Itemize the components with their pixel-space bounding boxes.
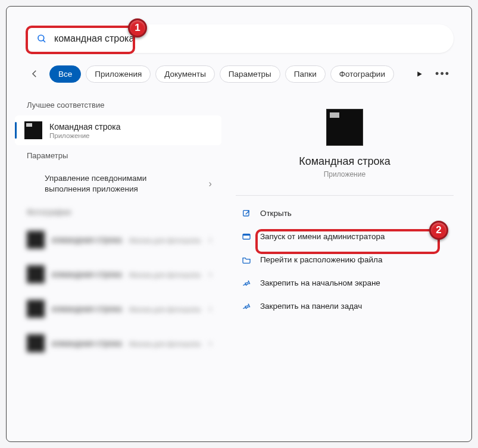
play-icon[interactable] — [415, 70, 423, 78]
divider — [236, 195, 454, 196]
blurred-row-3[interactable]: командная строка Иконка для фотошопа › — [27, 292, 212, 326]
result-subtitle: Приложение — [49, 132, 120, 139]
chevron-right-icon: › — [209, 178, 212, 189]
section-parameters: Параметры — [7, 145, 230, 166]
result-title: Командная строка — [49, 122, 120, 131]
action-label: Закрепить на панели задач — [260, 302, 362, 311]
preview-header: Командная строка Приложение — [236, 95, 454, 182]
svg-point-0 — [38, 35, 44, 41]
action-label: Закрепить на начальном экране — [260, 278, 380, 287]
filter-folders[interactable]: Папки — [285, 65, 326, 83]
filter-row: Все Приложения Документы Параметры Папки… — [7, 64, 471, 95]
admin-icon — [242, 231, 252, 242]
preview-subtitle: Приложение — [236, 170, 454, 178]
svg-rect-4 — [243, 234, 250, 236]
param-alias-management[interactable]: Управление псевдонимами выполнения прило… — [7, 166, 230, 202]
thumb-icon — [27, 300, 45, 318]
search-icon — [36, 33, 47, 44]
action-open[interactable]: Открыть — [236, 202, 454, 225]
svg-rect-2 — [243, 210, 249, 215]
blurred-section: Фотографии командная строка Иконка для ф… — [7, 202, 230, 361]
chevron-right-icon: › — [209, 303, 212, 314]
action-pin-taskbar[interactable]: Закрепить на панели задач — [236, 295, 454, 318]
filter-photos[interactable]: Фотографии — [330, 65, 394, 83]
results-column: Лучшее соответствие Командная строка При… — [7, 95, 230, 440]
preview-column: Командная строка Приложение Открыть Запу… — [230, 95, 471, 440]
result-cmd[interactable]: Командная строка Приложение — [15, 115, 221, 145]
filter-apps[interactable]: Приложения — [86, 65, 151, 83]
thumb-icon — [27, 334, 45, 352]
folder-icon — [242, 255, 252, 265]
chevron-right-icon: › — [209, 269, 212, 280]
open-icon — [242, 208, 252, 218]
annotation-badge-2: 2 — [429, 221, 448, 240]
blurred-row-4[interactable]: командная строка Иконка для фотошопа › — [27, 326, 212, 361]
cmd-icon — [24, 121, 42, 139]
search-query: командная строка — [54, 33, 134, 44]
search-bar-wrap: командная строка — [7, 7, 471, 64]
section-photos: Фотографии — [27, 208, 212, 217]
thumb-icon — [27, 265, 45, 283]
action-label: Открыть — [260, 209, 292, 218]
back-button[interactable] — [24, 64, 45, 84]
action-pin-start[interactable]: Закрепить на начальном экране — [236, 271, 454, 295]
action-label: Запуск от имени администратора — [260, 232, 385, 241]
more-icon[interactable]: ••• — [435, 68, 450, 80]
blurred-row-2[interactable]: командная строка Иконка для фотошопа › — [27, 257, 212, 292]
chevron-right-icon: › — [209, 234, 212, 245]
pin-icon — [242, 301, 252, 311]
preview-title: Командная строка — [236, 155, 454, 168]
content-columns: Лучшее соответствие Командная строка При… — [7, 95, 471, 440]
action-list: Открыть Запуск от имени администратора П… — [236, 202, 454, 318]
chevron-right-icon: › — [209, 338, 212, 349]
search-bar[interactable]: командная строка — [24, 24, 454, 53]
section-best-match: Лучшее соответствие — [7, 95, 230, 115]
action-open-location[interactable]: Перейти к расположению файла — [236, 248, 454, 271]
filter-docs[interactable]: Документы — [155, 65, 215, 83]
filter-all[interactable]: Все — [49, 65, 81, 83]
annotation-badge-1: 1 — [128, 18, 147, 37]
thumb-icon — [27, 231, 45, 249]
search-window: командная строка Все Приложения Документ… — [6, 6, 472, 442]
param-label: Управление псевдонимами выполнения прило… — [45, 173, 188, 195]
svg-line-1 — [43, 40, 45, 42]
blurred-row-1[interactable]: командная строка Иконка для фотошопа › — [27, 223, 212, 257]
result-text: Командная строка Приложение — [49, 122, 120, 139]
pin-icon — [242, 278, 252, 288]
action-run-admin[interactable]: Запуск от имени администратора — [236, 225, 454, 248]
action-label: Перейти к расположению файла — [260, 255, 383, 264]
filter-params[interactable]: Параметры — [220, 65, 280, 83]
filter-right-controls: ••• — [415, 68, 454, 80]
preview-app-icon — [326, 109, 363, 146]
